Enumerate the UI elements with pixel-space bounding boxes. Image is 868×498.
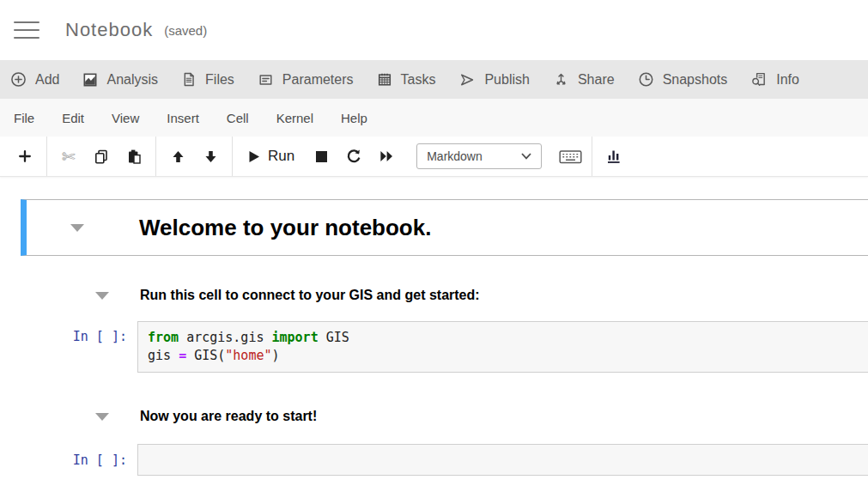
cell-type-value: Markdown — [427, 149, 483, 163]
move-cell-down-button[interactable] — [194, 143, 227, 170]
code-content: from arcgis.gis import GIS gis = GIS("ho… — [138, 322, 868, 372]
cell-toolbar-chart-button[interactable] — [598, 143, 630, 170]
restart-kernel-icon — [346, 149, 361, 164]
cell-toolbar-chart-icon — [606, 149, 622, 164]
code-token: GIS — [319, 330, 349, 345]
parameters-label: Parameters — [282, 72, 354, 88]
move-cell-up-button[interactable] — [161, 143, 194, 170]
menu-help[interactable]: Help — [327, 111, 381, 125]
files-icon — [181, 71, 197, 88]
code-input-area[interactable]: from arcgis.gis import GIS gis = GIS("ho… — [137, 321, 868, 373]
welcome-heading: Welcome to your notebook. — [139, 215, 431, 241]
notebook-area: Welcome to your notebook. Run this cell … — [0, 177, 868, 476]
analysis-icon — [82, 72, 98, 88]
cut-cell-button[interactable]: ✄ — [52, 143, 85, 170]
toolbar-separator — [155, 137, 156, 176]
run-icon — [248, 150, 260, 163]
files-label: Files — [205, 72, 234, 88]
input-prompt: In [ ]: — [0, 444, 127, 476]
paste-icon — [126, 149, 142, 164]
menu-file[interactable]: File — [0, 111, 48, 125]
add-cell-button[interactable] — [9, 143, 41, 170]
hamburger-icon[interactable] — [14, 21, 39, 39]
publish-icon — [458, 72, 476, 88]
add-cell-icon — [18, 149, 32, 163]
restart-run-all-button[interactable] — [370, 143, 403, 170]
menu-kernel[interactable]: Kernel — [263, 111, 327, 125]
info-label: Info — [776, 72, 799, 88]
code-token: arcgis.gis — [179, 330, 271, 345]
parameters-icon — [258, 72, 274, 88]
stop-icon — [315, 150, 328, 163]
run-button[interactable]: Run — [238, 143, 305, 170]
publish-label: Publish — [484, 72, 529, 88]
tasks-icon — [377, 71, 392, 88]
copy-cell-button[interactable] — [85, 143, 118, 170]
move-down-icon — [203, 149, 218, 164]
code-token: "home" — [225, 348, 271, 363]
info-icon — [750, 71, 768, 88]
add-icon — [10, 71, 27, 88]
code-token: ) — [272, 348, 280, 363]
code-token: = — [179, 348, 186, 363]
files-button[interactable]: Files — [181, 71, 234, 88]
cut-icon: ✄ — [62, 147, 76, 166]
analysis-label: Analysis — [106, 72, 158, 88]
add-label: Add — [35, 72, 59, 88]
toolbar-separator — [46, 137, 47, 176]
info-button[interactable]: Info — [750, 71, 799, 88]
interrupt-kernel-button[interactable] — [305, 143, 337, 170]
menu-edit[interactable]: Edit — [48, 111, 98, 125]
collapse-arrow-icon[interactable] — [70, 224, 84, 232]
add-button[interactable]: Add — [10, 71, 59, 88]
markdown-cell-ready[interactable]: Now you are ready to start! — [0, 407, 868, 426]
snapshots-icon — [638, 71, 654, 88]
collapse-arrow-icon[interactable] — [95, 413, 109, 421]
code-token: GIS( — [186, 348, 225, 363]
menu-cell[interactable]: Cell — [213, 111, 263, 125]
code-token: gis — [148, 348, 179, 363]
keyboard-shortcuts-button[interactable] — [554, 143, 586, 170]
cell-type-dropdown[interactable]: Markdown — [416, 143, 542, 169]
share-icon — [553, 71, 569, 88]
snapshots-button[interactable]: Snapshots — [638, 71, 728, 88]
top-header: Notebook (saved) — [0, 0, 868, 60]
markdown-cell-run-instructions[interactable]: Run this cell to connect to your GIS and… — [0, 286, 868, 305]
code-token: import — [272, 330, 319, 345]
share-button[interactable]: Share — [553, 71, 615, 88]
toolbar-separator — [232, 137, 233, 176]
notebook-menu-bar: File Edit View Insert Cell Kernel Help — [0, 99, 868, 137]
share-label: Share — [578, 72, 615, 88]
save-status: (saved) — [164, 23, 207, 38]
copy-icon — [94, 149, 109, 164]
parameters-button[interactable]: Parameters — [258, 72, 354, 88]
keyboard-shortcuts-icon — [559, 149, 582, 165]
tasks-button[interactable]: Tasks — [377, 71, 436, 88]
chevron-down-icon — [521, 153, 531, 160]
collapse-arrow-icon[interactable] — [95, 292, 109, 300]
analysis-button[interactable]: Analysis — [82, 72, 158, 88]
run-label: Run — [268, 148, 294, 165]
restart-kernel-button[interactable] — [337, 143, 370, 170]
app-toolbar: Add Analysis Files Parameters Tasks — [0, 60, 868, 99]
menu-insert[interactable]: Insert — [153, 111, 213, 125]
code-input-area[interactable] — [137, 444, 868, 476]
page-title: Notebook — [65, 19, 153, 41]
markdown-cell-welcome[interactable]: Welcome to your notebook. — [21, 199, 868, 256]
code-cell-gis[interactable]: In [ ]: from arcgis.gis import GIS gis =… — [0, 321, 868, 373]
toolbar-separator — [592, 137, 592, 176]
run-instructions-heading: Run this cell to connect to your GIS and… — [140, 288, 480, 303]
snapshots-label: Snapshots — [663, 72, 728, 88]
code-token: from — [148, 330, 179, 345]
menu-view[interactable]: View — [98, 111, 153, 125]
code-cell-empty[interactable]: In [ ]: — [0, 444, 868, 476]
move-up-icon — [171, 149, 185, 164]
tasks-label: Tasks — [401, 72, 436, 88]
cell-toolbar: ✄ Run — [0, 137, 868, 177]
publish-button[interactable]: Publish — [458, 72, 529, 88]
paste-cell-button[interactable] — [118, 143, 150, 170]
ready-heading: Now you are ready to start! — [140, 409, 317, 424]
run-all-icon — [379, 149, 394, 163]
input-prompt: In [ ]: — [0, 321, 127, 373]
